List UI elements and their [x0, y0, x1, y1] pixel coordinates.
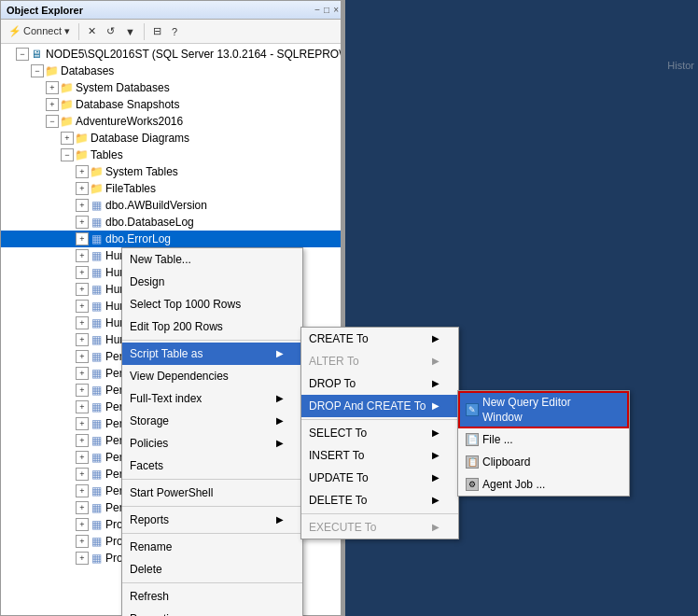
- dblog-label: dbo.DatabaseLog: [105, 215, 194, 230]
- menu-file[interactable]: 📄 File ...: [458, 428, 629, 451]
- menu-delete-to[interactable]: DELETE To ▶: [301, 489, 458, 511]
- menu-storage[interactable]: Storage ▶: [122, 410, 302, 432]
- expand-sys-db[interactable]: +: [46, 81, 59, 94]
- expand-row-3[interactable]: +: [76, 300, 89, 313]
- menu-select-top-1000[interactable]: Select Top 1000 Rows: [122, 293, 302, 315]
- tree-dblog[interactable]: + ▦ dbo.DatabaseLog: [1, 214, 344, 231]
- expand-snapshots[interactable]: +: [46, 98, 59, 111]
- expand-filetables[interactable]: +: [76, 182, 89, 195]
- alter-to-arrow: ▶: [432, 354, 440, 369]
- menu-properties[interactable]: Properties: [122, 608, 302, 616]
- tree-databases[interactable]: − 📁 Databases: [1, 63, 344, 79]
- tree-errorlog[interactable]: + ▦ dbo.ErrorLog: [1, 231, 344, 247]
- row-icon-15: ▦: [89, 500, 104, 515]
- menu-select-to[interactable]: SELECT To ▶: [301, 422, 458, 444]
- tree-filetables[interactable]: + 📁 FileTables: [1, 180, 344, 197]
- expand-errorlog[interactable]: +: [76, 232, 89, 245]
- expand-row-18[interactable]: +: [76, 552, 89, 565]
- new-query-label: New Query Editor Window: [482, 395, 610, 425]
- menu-edit-top-200[interactable]: Edit Top 200 Rows: [122, 315, 302, 338]
- pin-icon[interactable]: −: [314, 5, 320, 15]
- tree-db-diagrams[interactable]: + 📁 Database Diagrams: [1, 130, 344, 147]
- close-icon[interactable]: ×: [333, 5, 339, 15]
- help-button[interactable]: ?: [168, 24, 181, 39]
- menu-alter-to[interactable]: ALTER To ▶: [301, 350, 458, 372]
- row-icon-10: ▦: [89, 416, 104, 431]
- expand-tables[interactable]: −: [61, 148, 74, 161]
- expand-awbv[interactable]: +: [76, 199, 89, 212]
- menu-execute-to[interactable]: EXECUTE To ▶: [301, 516, 458, 539]
- create-to-arrow: ▶: [432, 331, 440, 346]
- expand-dblog[interactable]: +: [76, 216, 89, 229]
- menu-delete[interactable]: Delete: [122, 558, 302, 581]
- menu-drop-create-to[interactable]: DROP And CREATE To ▶: [301, 395, 458, 417]
- disconnect-button[interactable]: ✕: [84, 23, 100, 39]
- expand-row-8[interactable]: +: [76, 384, 89, 397]
- expand-diagrams[interactable]: +: [61, 132, 74, 145]
- expand-row-1[interactable]: +: [76, 266, 89, 279]
- menu-insert-to[interactable]: INSERT To ▶: [301, 444, 458, 467]
- tree-db-snapshots[interactable]: + 📁 Database Snapshots: [1, 96, 344, 113]
- expand-row-2[interactable]: +: [76, 283, 89, 296]
- menu-create-to[interactable]: CREATE To ▶: [301, 328, 458, 350]
- tree-adventureworks[interactable]: − 📁 AdventureWorks2016: [1, 113, 344, 130]
- rename-label: Rename: [130, 539, 172, 554]
- menu-reports[interactable]: Reports ▶: [122, 509, 302, 531]
- connect-icon: ⚡: [8, 25, 21, 37]
- expand-aw[interactable]: −: [46, 115, 59, 128]
- expand-row-11[interactable]: +: [76, 434, 89, 447]
- menu-policies[interactable]: Policies ▶: [122, 432, 302, 455]
- menu-view-dependencies[interactable]: View Dependencies: [122, 365, 302, 387]
- execute-to-arrow: ▶: [432, 520, 440, 535]
- expand-row-13[interactable]: +: [76, 468, 89, 481]
- menu-new-table[interactable]: New Table...: [122, 248, 302, 271]
- databases-folder-icon: 📁: [44, 63, 59, 78]
- expand-row-6[interactable]: +: [76, 350, 89, 363]
- row-icon-6: ▦: [89, 349, 104, 364]
- expand-row-4[interactable]: +: [76, 316, 89, 329]
- expand-row-14[interactable]: +: [76, 484, 89, 497]
- menu-agent-job[interactable]: ⚙ Agent Job ...: [458, 473, 629, 496]
- menu-design[interactable]: Design: [122, 271, 302, 293]
- storage-label: Storage: [130, 413, 169, 428]
- row-icon-4: ▦: [89, 315, 104, 330]
- menu-update-to[interactable]: UPDATE To ▶: [301, 467, 458, 489]
- menu-clipboard[interactable]: 📋 Clipboard: [458, 451, 629, 473]
- expand-row-5[interactable]: +: [76, 333, 89, 346]
- refresh-button[interactable]: ↺: [103, 23, 119, 39]
- menu-refresh[interactable]: Refresh: [122, 585, 302, 608]
- tree-system-db[interactable]: + 📁 System Databases: [1, 79, 344, 96]
- expand-row-0[interactable]: +: [76, 249, 89, 262]
- menu-drop-to[interactable]: DROP To ▶: [301, 372, 458, 395]
- connect-button[interactable]: ⚡ Connect ▾: [5, 23, 74, 39]
- expand-databases[interactable]: −: [31, 64, 44, 77]
- menu-script-table[interactable]: Script Table as ▶: [122, 343, 302, 365]
- tree-awbuildversion[interactable]: + ▦ dbo.AWBuildVersion: [1, 197, 344, 214]
- tree-tables[interactable]: − 📁 Tables: [1, 147, 344, 163]
- row-icon-9: ▦: [89, 399, 104, 414]
- menu-rename[interactable]: Rename: [122, 536, 302, 558]
- tree-system-tables[interactable]: + 📁 System Tables: [1, 163, 344, 180]
- expand-row-7[interactable]: +: [76, 367, 89, 380]
- maximize-icon[interactable]: □: [324, 5, 329, 15]
- menu-start-powershell[interactable]: Start PowerShell: [122, 482, 302, 504]
- expand-row-16[interactable]: +: [76, 518, 89, 531]
- expand-row-15[interactable]: +: [76, 501, 89, 514]
- agent-job-icon: ⚙: [466, 478, 479, 491]
- collapse-button[interactable]: ⊟: [149, 23, 165, 39]
- toolbar-separator-1: [78, 23, 79, 40]
- menu-facets[interactable]: Facets: [122, 455, 302, 477]
- tree-root[interactable]: − 🖥 NODE5\SQL2016ST (SQL Server 13.0.216…: [1, 46, 344, 63]
- expand-systables[interactable]: +: [76, 165, 89, 178]
- menu-fulltext[interactable]: Full-Text index ▶: [122, 387, 302, 410]
- expand-row-12[interactable]: +: [76, 451, 89, 464]
- expand-root[interactable]: −: [16, 48, 29, 61]
- expand-row-17[interactable]: +: [76, 535, 89, 548]
- filter-button[interactable]: ▼: [121, 24, 139, 39]
- menu-new-query-window[interactable]: ✎ New Query Editor Window: [458, 391, 629, 428]
- script-table-label: Script Table as: [130, 346, 203, 361]
- expand-row-10[interactable]: +: [76, 417, 89, 430]
- row-icon-8: ▦: [89, 383, 104, 398]
- expand-row-9[interactable]: +: [76, 400, 89, 413]
- separator-3: [122, 506, 302, 507]
